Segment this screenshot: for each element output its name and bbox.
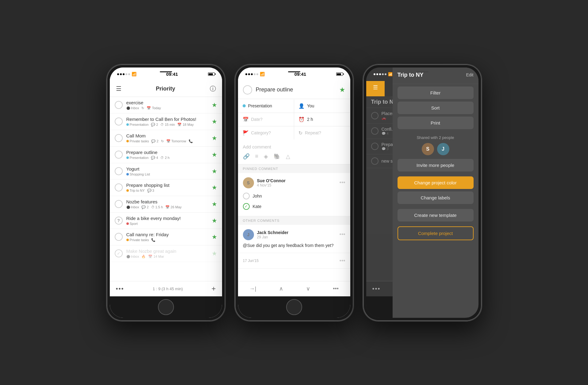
star-icon[interactable]: ★ [212,118,217,125]
change-labels-button[interactable]: Change labels [398,191,474,204]
checklist-item-kate[interactable]: ✓ Kate [243,201,345,212]
list-icon[interactable]: ≡ [255,153,259,160]
category-field[interactable]: 🚩 Category? [238,126,294,140]
task-title: Nozbe features [126,199,208,204]
project-field[interactable]: Presentation [238,99,294,113]
more-options-icon[interactable]: ••• [333,286,339,292]
signal-dot [248,73,250,75]
print-button[interactable]: Print [398,117,474,129]
comment-options-ts[interactable]: ••• [340,258,345,264]
comment-user-info-jack: J Jack Schneider 29 Jan [243,229,289,240]
task-tag: ⏱ 2 h [160,156,169,160]
drive-icon[interactable]: △ [286,153,290,160]
dropbox-icon[interactable]: ◈ [264,153,268,160]
star-icon[interactable]: ★ [212,217,217,224]
check-circle-checked[interactable]: ✓ [243,203,250,210]
task-item[interactable]: Remember to Call Ben for Photos! Present… [110,114,222,130]
star-icon[interactable]: ★ [212,200,217,208]
task-circle[interactable] [115,183,123,191]
task-circle[interactable] [115,167,123,175]
comment-options[interactable]: ••• [340,179,345,186]
task-circle-checked[interactable]: ✓ [115,249,123,257]
task-circle[interactable] [115,117,123,125]
task-meta: Presentation 💬 4 ⏱ 2 h [126,156,208,160]
link-icon[interactable]: 🔗 [243,153,250,160]
task-item[interactable]: Prepare shopping list Trip to NY 💬 3 ★ [110,179,222,196]
date-label: Tomorrow [171,139,186,143]
signal-dot [376,73,378,75]
star-icon[interactable]: ★ [212,151,217,158]
star-icon[interactable]: ★ [212,167,217,175]
other-section-label: OTHER COMMENTS [238,216,350,225]
star-icon[interactable]: ★ [212,101,217,109]
arrow-in-icon[interactable]: →| [249,286,256,292]
filter-button[interactable]: Filter [398,87,474,99]
comment-input[interactable]: Add comment [243,144,345,149]
date-field[interactable]: 📅 Date? [238,113,294,126]
sort-button[interactable]: Sort [398,102,474,114]
change-color-button[interactable]: Change project color [398,176,474,189]
assignee-field[interactable]: 👤 You [294,99,350,113]
bottom-dots[interactable]: ••• [116,285,124,292]
task-item[interactable]: Yogurt Shopping List ★ [110,163,222,179]
home-button[interactable] [158,299,174,315]
time-icon: ⏱ [160,123,164,126]
up-arrow-icon[interactable]: ∧ [279,285,283,292]
duration-field[interactable]: ⏰ 2 h [294,113,350,126]
task-detail-star[interactable]: ★ [339,86,345,94]
comment-options-jack[interactable]: ••• [340,231,345,238]
task-item[interactable]: Prepare outline Presentation 💬 4 ⏱ 2 h [110,147,222,163]
signal-dot [385,73,386,75]
bottom-dots-3[interactable]: ••• [372,285,381,292]
check-circle-unchecked[interactable] [243,193,250,199]
task-tag: ↻ [141,106,144,110]
task-circle[interactable] [115,101,123,109]
task-item[interactable]: Call Mom Private tasks 💬 2 ↻ [110,130,222,147]
task-circle-question[interactable]: ? [115,217,123,225]
evernote-icon[interactable]: 🐘 [274,153,280,160]
checklist-item-john[interactable]: John [243,191,345,201]
comment-name-jack: Jack Schneider [257,230,289,235]
signal-dot [379,73,381,75]
task-content: Prepare outline Presentation 💬 4 ⏱ 2 h [126,150,208,160]
task-circle[interactable] [115,151,123,159]
p-task-circle [371,157,379,165]
task-detail-circle[interactable] [243,85,252,94]
home-button-2[interactable] [286,299,302,315]
repeat-field[interactable]: ↻ Repeat? [294,126,350,140]
star-icon[interactable]: ★ [212,233,217,241]
invite-button[interactable]: Invite more people [398,159,474,171]
star-icon[interactable]: ★ [212,250,217,257]
task-circle[interactable] [115,200,123,208]
menu-icon-3[interactable]: ☰ [373,84,378,91]
task-item-completed[interactable]: ✓ Make Nozbe great again ⚫ Inbox 🔥 📅 [110,245,222,262]
task-title: Yogurt [126,166,208,171]
star-icon[interactable]: ★ [212,134,217,142]
task-item[interactable]: Nozbe features ⚫ Inbox 💬 2 ⏱ 1.5 h [110,196,222,213]
menu-icon[interactable]: ☰ [116,85,121,92]
task-item[interactable]: ? Ride a bike every monday! Sport ★ [110,213,222,229]
comment-area[interactable]: Add comment 🔗 ≡ ◈ 🐘 △ [238,140,350,164]
category-placeholder: Category? [251,130,271,135]
tag-label: Private tasks [130,139,149,143]
task-meta: Trip to NY 💬 3 [126,189,208,193]
task-circle[interactable] [115,134,123,142]
task-item[interactable]: exercise ⚫ Inbox ↻ 📅 Today [110,97,222,114]
task-meta: Private tasks 💬 2 ↻ 📅 Tomorrow [126,139,208,143]
down-arrow-icon[interactable]: ∨ [306,285,310,292]
task-item[interactable]: Call nanny re: Friday Private tasks 📞 ★ [110,229,222,245]
create-template-button[interactable]: Create new template [398,209,474,221]
project-dot [126,140,129,142]
project-menu-overlay: Trip to NY Edit Filter Sort Print Shared… [393,81,478,281]
complete-project-button[interactable]: Complete project [398,226,474,240]
task-title: Prepare outline [126,150,208,155]
add-task-button[interactable]: + [211,284,216,293]
comment-user-info: S Sue O'Connor 4 Nov'15 [243,177,286,188]
star-icon[interactable]: ★ [212,184,217,191]
tag-label: Inbox [131,255,139,258]
comment-header: S Sue O'Connor 4 Nov'15 ••• [243,177,345,188]
task-title: Ride a bike every monday! [126,216,208,221]
project-gold-bar: ☰ [366,81,385,96]
info-icon[interactable]: ⓘ [210,85,216,93]
task-circle[interactable] [115,233,123,241]
